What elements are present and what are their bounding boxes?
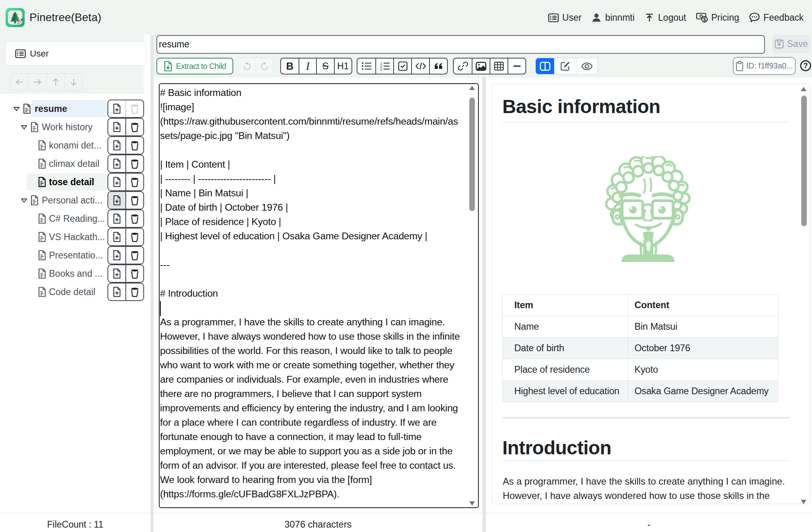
svg-text:$: $	[703, 17, 706, 22]
svg-text:?: ?	[804, 62, 808, 70]
svg-text:3: 3	[380, 68, 382, 71]
